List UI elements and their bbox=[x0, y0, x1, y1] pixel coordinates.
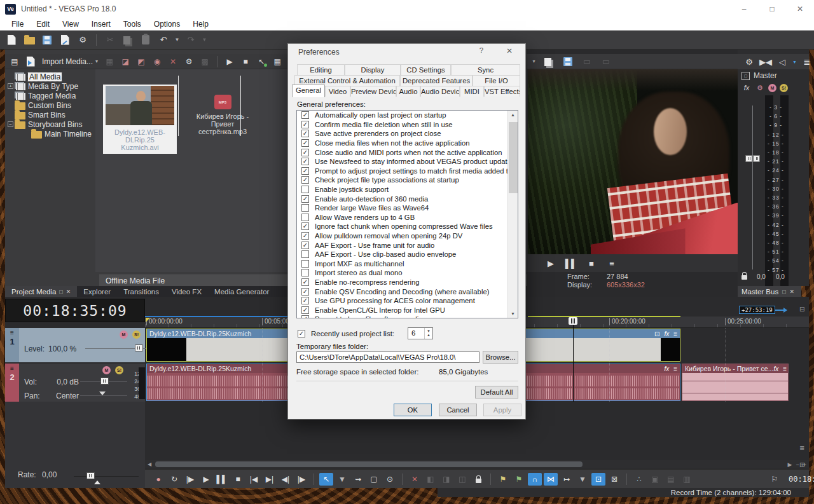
tab-editing[interactable]: Editing bbox=[297, 64, 345, 75]
checkbox[interactable]: ✓ bbox=[301, 176, 309, 184]
tab-midi[interactable]: MIDI bbox=[460, 86, 484, 97]
tab-deprecated-features[interactable]: Deprecated Features bbox=[400, 75, 473, 86]
checkbox[interactable]: ✓ bbox=[301, 139, 309, 147]
hamburger-icon[interactable]: ≡ bbox=[10, 365, 14, 371]
tree-expander-icon[interactable]: + bbox=[8, 83, 13, 89]
previous-frame-icon[interactable]: ◀| bbox=[279, 473, 293, 486]
preference-option[interactable]: ✓Enable OpenCL/GL Interop for Intel GPU bbox=[297, 305, 518, 315]
level-slider-handle[interactable] bbox=[135, 344, 143, 351]
checkbox[interactable] bbox=[301, 260, 309, 268]
checkbox[interactable]: ✓ bbox=[301, 195, 309, 203]
undo-icon[interactable]: ↶ bbox=[156, 33, 171, 47]
master-solo-icon[interactable]: S! bbox=[780, 84, 788, 92]
pan-slider-handle[interactable] bbox=[99, 392, 106, 395]
preference-option[interactable]: ✓Enable auto-detection of 360 media bbox=[297, 194, 518, 203]
preview-play-icon[interactable]: ▶ bbox=[543, 256, 558, 270]
temp-folder-input[interactable] bbox=[296, 351, 479, 363]
open-project-icon[interactable] bbox=[22, 33, 37, 47]
checkbox[interactable]: ✓ bbox=[301, 149, 309, 156]
copy-snapshot-icon[interactable] bbox=[541, 55, 556, 69]
checkbox[interactable] bbox=[301, 269, 309, 276]
checkbox[interactable]: ✓ bbox=[301, 232, 309, 240]
preference-option[interactable]: ✓Save active prerenders on project close bbox=[297, 129, 518, 139]
insert-region-icon[interactable]: ⚑ bbox=[512, 473, 526, 486]
preference-option[interactable]: ✓Close media files when not the active a… bbox=[297, 139, 518, 148]
tab-display[interactable]: Display bbox=[345, 64, 401, 75]
auto-ripple-icon[interactable]: ↦ bbox=[560, 473, 574, 486]
stop-preview-icon[interactable]: ■ bbox=[238, 55, 252, 68]
minimize-button[interactable]: – bbox=[730, 0, 758, 18]
tab-preview-device[interactable]: Preview Device bbox=[350, 86, 396, 97]
tab-sync[interactable]: Sync bbox=[451, 64, 520, 75]
track2-solo-icon[interactable]: S! bbox=[115, 366, 123, 374]
event-menu-icon[interactable]: ≡ bbox=[673, 365, 677, 372]
checkbox[interactable] bbox=[301, 204, 309, 212]
master-fader-left[interactable] bbox=[745, 155, 752, 162]
preference-option[interactable]: ✓Confirm media file deletion when still … bbox=[297, 120, 518, 130]
master-insert-fx-icon[interactable]: ⚙ bbox=[755, 83, 765, 93]
master-fx-icon[interactable]: fx bbox=[742, 83, 752, 93]
preview-dropdown-icon[interactable]: ▾ bbox=[530, 55, 537, 69]
save-snapshot-icon[interactable] bbox=[560, 55, 576, 69]
insert-marker-icon[interactable]: ⚑ bbox=[496, 473, 510, 486]
media-bin-view-icon[interactable]: ▤ bbox=[8, 55, 22, 68]
go-to-end-icon[interactable]: ▶| bbox=[263, 473, 277, 486]
time-selection-bar[interactable] bbox=[145, 316, 287, 317]
tab-video[interactable]: Video bbox=[325, 86, 350, 97]
preference-option[interactable]: ✓Check project file type associations at… bbox=[297, 175, 518, 185]
stop-icon[interactable]: ■ bbox=[231, 473, 245, 486]
menu-insert[interactable]: Insert bbox=[85, 20, 117, 29]
volume-envelope[interactable] bbox=[682, 381, 788, 381]
track1-number-tile[interactable]: ≡ 1 bbox=[5, 328, 19, 362]
volume-slider-handle[interactable] bbox=[100, 378, 109, 385]
sidebar-item-all-media[interactable]: All Media bbox=[5, 72, 95, 81]
ok-button[interactable]: OK bbox=[394, 404, 432, 416]
preference-option[interactable]: ✓Enable QSV Encoding and Decoding (where… bbox=[297, 287, 518, 296]
preference-option[interactable]: Import stereo as dual mono bbox=[297, 268, 518, 278]
tab-master-bus[interactable]: Master Bus □ ✕ bbox=[738, 286, 801, 297]
dialog-help-button[interactable]: ? bbox=[476, 46, 487, 54]
rate-slider-handle[interactable] bbox=[86, 472, 95, 479]
checkbox[interactable] bbox=[301, 186, 309, 193]
normal-edit-tool-icon[interactable]: ↖ bbox=[319, 473, 333, 486]
preference-option[interactable]: ✓Allow pulldown removal when opening 24p… bbox=[297, 231, 518, 241]
event-menu-icon[interactable]: ≡ bbox=[783, 365, 787, 372]
sidebar-item-smart-bins[interactable]: Smart Bins bbox=[5, 110, 95, 119]
delete-icon[interactable]: ✕ bbox=[408, 473, 422, 486]
lock-event-icon[interactable] bbox=[471, 473, 485, 486]
import-media-icon[interactable] bbox=[24, 55, 38, 68]
tab-general[interactable]: General bbox=[292, 85, 325, 97]
rate-control[interactable]: Rate: 0,00 bbox=[5, 470, 145, 482]
tab-project-media[interactable]: Project Media□✕ bbox=[5, 286, 77, 297]
preference-option[interactable]: ✓AAF Export - Use frame unit for audio bbox=[297, 240, 518, 250]
import-media-button[interactable]: Import Media... ▾ bbox=[39, 57, 100, 66]
preference-option[interactable]: Render large Wave files as Wave64 bbox=[297, 203, 518, 213]
sidebar-item-storyboard-bins[interactable]: −Storyboard Bins bbox=[5, 119, 95, 129]
preference-option[interactable]: ✓Prompt to adjust project settings to ma… bbox=[297, 167, 518, 176]
edit-tool-dropdown-icon[interactable]: ▼ bbox=[335, 473, 349, 486]
enable-snapping-icon[interactable]: ∩ bbox=[528, 473, 542, 486]
preference-option[interactable]: ✓Use Newsfeed to stay informed about VEG… bbox=[297, 157, 518, 167]
scroll-right-icon[interactable]: ▶ bbox=[788, 461, 792, 468]
menu-file[interactable]: File bbox=[5, 20, 30, 29]
extract-audio-icon[interactable]: ◉ bbox=[150, 55, 164, 68]
tab-video-fx[interactable]: Video FX bbox=[165, 286, 208, 297]
tab-file-i-o[interactable]: File I/O bbox=[473, 75, 520, 86]
project-properties-icon[interactable] bbox=[57, 33, 72, 47]
maximize-button[interactable]: □ bbox=[758, 0, 786, 18]
timecode-display[interactable]: 00:18:35:09 bbox=[5, 299, 145, 322]
preference-option[interactable]: ✓Close audio and MIDI ports when not the… bbox=[297, 147, 518, 157]
preference-option[interactable]: ✓Automatically open last project on star… bbox=[297, 111, 518, 120]
media-properties-icon[interactable]: ⚙ bbox=[182, 55, 196, 68]
preference-option[interactable]: Enable joystick support bbox=[297, 185, 518, 194]
loop-region-bar[interactable] bbox=[528, 316, 680, 317]
tab-vst-effects[interactable]: VST Effects bbox=[484, 86, 520, 97]
timeline-event-audio-2[interactable]: Кибирев Игорь - Привет се... fx ≡ bbox=[682, 364, 789, 401]
tree-expander-icon[interactable]: − bbox=[8, 121, 13, 127]
preference-option[interactable]: ✓Prompt to keep files after recording bbox=[297, 315, 518, 318]
spin-down-icon[interactable]: ▼ bbox=[425, 326, 432, 337]
dock-collapse-icon[interactable]: ⊟ bbox=[799, 306, 804, 313]
play-icon[interactable]: ▶ bbox=[199, 473, 213, 486]
checkbox[interactable]: ✓ bbox=[301, 121, 309, 128]
track1-mute-icon[interactable]: M bbox=[120, 330, 128, 339]
